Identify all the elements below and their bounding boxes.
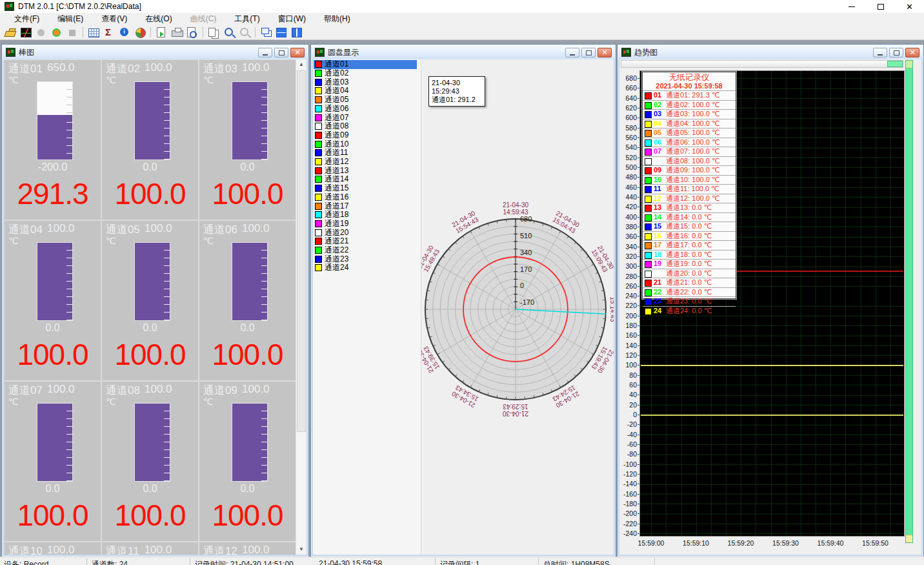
scroll-up-icon[interactable]: ▲ xyxy=(296,59,306,70)
legend-row[interactable]: 02通道02: 100.0 ℃ xyxy=(643,100,736,110)
record-active-icon[interactable] xyxy=(49,25,65,39)
legend-row[interactable]: 18通道18: 0.0 ℃ xyxy=(643,250,736,260)
rim-tick xyxy=(497,395,497,398)
y-axis-label: 380 xyxy=(619,223,637,231)
minimize-button[interactable] xyxy=(837,0,866,13)
legend-row[interactable]: 01通道01: 291.3 ℃ xyxy=(643,90,736,100)
menu-tools[interactable]: 工具(T) xyxy=(225,12,268,26)
channel-color-swatch xyxy=(315,176,322,183)
gauge-fill xyxy=(37,243,72,320)
menu-file[interactable]: 文件(F) xyxy=(5,12,48,26)
legend-row[interactable]: 15通道15: 0.0 ℃ xyxy=(643,221,736,231)
legend-row[interactable]: 20通道20: 0.0 ℃ xyxy=(643,269,736,278)
print-icon[interactable] xyxy=(169,25,185,39)
y-axis-label: 120 xyxy=(619,351,637,359)
pie-chart-icon[interactable] xyxy=(132,25,148,39)
vertical-scrollbar[interactable] xyxy=(905,60,913,543)
vscroll-bottom-cap[interactable] xyxy=(906,535,912,542)
menu-edit[interactable]: 编辑(E) xyxy=(48,12,92,26)
bar-window-titlebar[interactable]: 棒图 ✕ xyxy=(3,45,308,59)
close-button[interactable]: ✕ xyxy=(895,0,924,13)
menu-online[interactable]: 在线(O) xyxy=(136,12,181,26)
gauge-max-value: 100.0 xyxy=(242,61,270,76)
polar-time-label: 21-04-3015:04:43 xyxy=(551,209,581,234)
menu-view[interactable]: 查看(V) xyxy=(92,12,136,26)
cascade-windows-icon[interactable] xyxy=(258,25,274,39)
child-close-button[interactable]: ✕ xyxy=(290,48,305,57)
scroll-down-icon[interactable]: ▼ xyxy=(296,544,306,555)
hscroll-thumb[interactable] xyxy=(887,61,903,67)
y-axis-label: -40 xyxy=(619,431,637,438)
child-maximize-button[interactable] xyxy=(274,48,288,57)
chart-view-icon[interactable] xyxy=(18,25,34,39)
y-axis-label: 360 xyxy=(619,232,637,240)
maximize-button[interactable] xyxy=(866,0,895,13)
channel-color-swatch xyxy=(315,79,322,86)
legend-row[interactable]: 17通道17: 0.0 ℃ xyxy=(643,240,736,250)
legend-row[interactable]: 23通道23: 0.0 ℃ xyxy=(643,296,736,306)
legend-row[interactable]: 12通道12: 100.0 ℃ xyxy=(643,194,736,203)
polar-time-label: 21-04-3015:09:43 xyxy=(590,244,614,274)
tile-horizontal-icon[interactable] xyxy=(274,25,289,39)
y-axis-label: 420 xyxy=(619,203,637,211)
zoom-out-disabled-icon[interactable] xyxy=(237,25,252,39)
menu-window[interactable]: 窗口(W) xyxy=(269,12,315,26)
vscroll-top-cap[interactable] xyxy=(906,61,912,68)
trend-window-titlebar[interactable]: 趋势图 ✕ xyxy=(618,45,923,59)
legend-row[interactable]: 11通道11: 100.0 ℃ xyxy=(643,184,736,194)
legend-row[interactable]: 13通道13: 0.0 ℃ xyxy=(643,203,736,212)
legend-row[interactable]: 22通道22: 0.0 ℃ xyxy=(643,287,736,297)
horizontal-scrollbar[interactable] xyxy=(621,60,903,68)
legend-channel-number: 04 xyxy=(654,119,661,128)
bar-gauge xyxy=(232,242,268,321)
y-axis-label: -60 xyxy=(619,440,637,448)
legend-row[interactable]: 07通道07: 100.0 ℃ xyxy=(643,147,736,156)
export-icon[interactable] xyxy=(154,25,169,39)
legend-row[interactable]: 06通道06: 100.0 ℃ xyxy=(643,138,736,147)
channel-list-item[interactable]: 通道24 xyxy=(314,263,417,272)
disc-window-titlebar[interactable]: 圆盘显示 ✕ xyxy=(312,45,615,59)
gauge-unit: ℃ xyxy=(106,396,116,407)
legend-row[interactable]: 19通道19: 0.0 ℃ xyxy=(643,259,736,269)
status-divider xyxy=(435,558,436,565)
legend-row[interactable]: 05通道05: 100.0 ℃ xyxy=(643,128,736,138)
sum-icon[interactable] xyxy=(101,25,117,39)
stop-inactive-icon[interactable] xyxy=(65,25,80,39)
child-close-button[interactable]: ✕ xyxy=(905,48,919,57)
gauge-header: 通道04100.0 xyxy=(8,222,99,237)
menu-curve[interactable]: 曲线(C) xyxy=(181,12,226,26)
legend-row[interactable]: 09通道09: 100.0 ℃ xyxy=(643,165,736,175)
info-icon[interactable] xyxy=(117,25,132,39)
gauge-min-value: 0.0 xyxy=(102,161,198,173)
child-minimize-button[interactable] xyxy=(565,48,579,57)
child-minimize-button[interactable] xyxy=(258,48,272,57)
legend-row[interactable]: 10通道10: 100.0 ℃ xyxy=(643,175,736,185)
tile-vertical-icon[interactable] xyxy=(289,25,305,39)
record-inactive-icon[interactable] xyxy=(34,25,49,39)
legend-row[interactable]: 08通道08: 100.0 ℃ xyxy=(643,156,736,166)
print-preview-icon[interactable] xyxy=(185,25,200,39)
menu-help[interactable]: 帮助(H) xyxy=(315,12,359,26)
bar-window-scrollbar[interactable]: ▲ ▼ xyxy=(296,59,306,555)
gauge-current-value: 100.0 xyxy=(199,498,296,533)
legend-timestamp: 2021-04-30 15:59:58 xyxy=(643,82,736,90)
legend-color-swatch xyxy=(645,252,652,259)
legend-row[interactable]: 03通道03: 100.0 ℃ xyxy=(643,109,736,119)
bar-window-title: 棒图 xyxy=(19,47,34,58)
legend-row[interactable]: 16通道16: 0.0 ℃ xyxy=(643,231,736,241)
child-maximize-button[interactable] xyxy=(581,48,596,57)
open-file-icon[interactable] xyxy=(3,25,18,39)
copy-icon[interactable] xyxy=(206,25,221,39)
scrollbar-thumb[interactable] xyxy=(297,70,306,432)
value-tooltip: 21-04-30 15:29:43 通道01: 291.2 xyxy=(428,76,485,107)
legend-row[interactable]: 24通道24: 0.0 ℃ xyxy=(643,306,736,316)
data-table-icon[interactable] xyxy=(86,25,101,39)
legend-color-swatch xyxy=(645,280,652,287)
child-minimize-button[interactable] xyxy=(873,48,887,57)
zoom-in-icon[interactable] xyxy=(221,25,237,39)
legend-row[interactable]: 04通道04: 100.0 ℃ xyxy=(643,119,736,128)
child-close-button[interactable]: ✕ xyxy=(598,48,612,57)
legend-row[interactable]: 14通道14: 0.0 ℃ xyxy=(643,212,736,222)
legend-row[interactable]: 21通道21: 0.0 ℃ xyxy=(643,278,736,287)
child-maximize-button[interactable] xyxy=(889,48,903,57)
